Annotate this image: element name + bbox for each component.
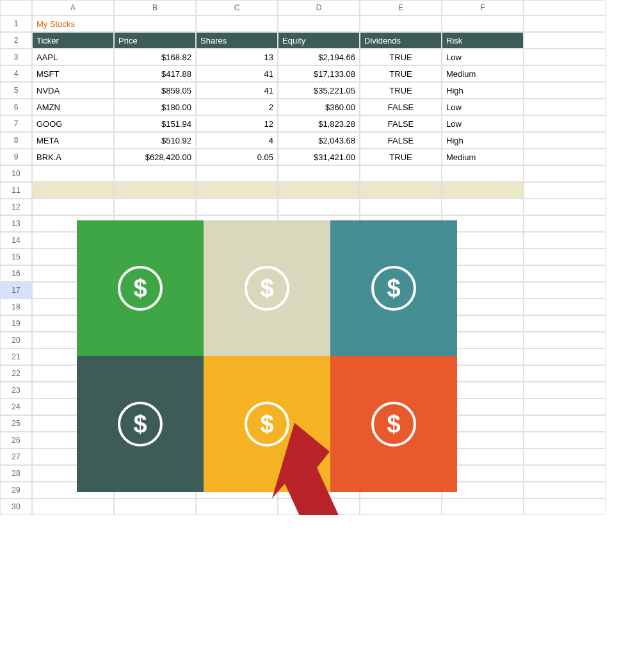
cell[interactable] <box>196 165 278 182</box>
cell[interactable] <box>360 498 442 515</box>
cell[interactable] <box>524 465 606 482</box>
cell[interactable] <box>114 182 196 199</box>
header-ticker[interactable]: Ticker <box>32 32 114 49</box>
cell[interactable] <box>524 199 606 215</box>
row-header[interactable]: 16 <box>0 265 32 282</box>
row-header[interactable]: 7 <box>0 115 32 132</box>
cell[interactable] <box>524 482 606 498</box>
cell[interactable] <box>32 182 114 199</box>
cell-ticker[interactable]: META <box>32 132 114 149</box>
row-header-selected[interactable]: 17 <box>0 282 32 299</box>
cell-dividends[interactable]: FALSE <box>360 115 442 132</box>
cell-equity[interactable]: $1,823.28 <box>278 115 360 132</box>
cell[interactable] <box>524 498 606 515</box>
col-header-f[interactable]: F <box>442 0 524 15</box>
col-header-a[interactable]: A <box>32 0 114 15</box>
cell[interactable] <box>442 498 524 515</box>
cell[interactable] <box>524 299 606 315</box>
cell[interactable] <box>196 15 278 32</box>
cell-risk[interactable]: Low <box>442 49 524 65</box>
cell[interactable] <box>524 265 606 282</box>
col-header-d[interactable]: D <box>278 0 360 15</box>
row-header[interactable]: 28 <box>0 465 32 482</box>
row-header[interactable]: 21 <box>0 348 32 365</box>
cell[interactable] <box>278 15 360 32</box>
cell[interactable] <box>524 65 606 82</box>
cell[interactable] <box>360 165 442 182</box>
cell[interactable] <box>524 448 606 465</box>
cell-shares[interactable]: 12 <box>196 115 278 132</box>
row-header[interactable]: 3 <box>0 49 32 65</box>
cell[interactable] <box>524 15 606 32</box>
row-header[interactable]: 15 <box>0 249 32 265</box>
row-header[interactable]: 14 <box>0 232 32 249</box>
row-header[interactable]: 1 <box>0 15 32 32</box>
row-header[interactable]: 27 <box>0 448 32 465</box>
row-header[interactable]: 30 <box>0 498 32 515</box>
cell[interactable] <box>196 182 278 199</box>
cell[interactable] <box>524 82 606 99</box>
cell-price[interactable]: $180.00 <box>114 99 196 115</box>
cell-shares[interactable]: 13 <box>196 49 278 65</box>
title-cell[interactable]: My Stocks <box>32 15 114 32</box>
row-header[interactable]: 13 <box>0 215 32 232</box>
cell-equity[interactable]: $360.00 <box>278 99 360 115</box>
cell[interactable] <box>32 498 114 515</box>
row-header[interactable]: 19 <box>0 315 32 332</box>
col-header-blank[interactable] <box>524 0 606 15</box>
cell[interactable] <box>524 115 606 132</box>
header-price[interactable]: Price <box>114 32 196 49</box>
row-header[interactable]: 2 <box>0 32 32 49</box>
row-header[interactable]: 10 <box>0 165 32 182</box>
cell-price[interactable]: $417.88 <box>114 65 196 82</box>
cell-price[interactable]: $628,420.00 <box>114 149 196 165</box>
cell-ticker[interactable]: NVDA <box>32 82 114 99</box>
cell-dividends[interactable]: TRUE <box>360 65 442 82</box>
cell-ticker[interactable]: BRK.A <box>32 149 114 165</box>
cell[interactable] <box>524 398 606 415</box>
cell[interactable] <box>442 165 524 182</box>
row-header[interactable]: 18 <box>0 299 32 315</box>
cell[interactable] <box>524 182 606 199</box>
cell[interactable] <box>524 348 606 365</box>
cell-equity[interactable]: $17,133.08 <box>278 65 360 82</box>
cell-risk[interactable]: Medium <box>442 149 524 165</box>
cell[interactable] <box>32 165 114 182</box>
corner-cell[interactable] <box>0 0 32 15</box>
cell-equity[interactable]: $31,421.00 <box>278 149 360 165</box>
cell[interactable] <box>524 165 606 182</box>
cell-ticker[interactable]: GOOG <box>32 115 114 132</box>
col-header-b[interactable]: B <box>114 0 196 15</box>
row-header[interactable]: 4 <box>0 65 32 82</box>
cell[interactable] <box>524 415 606 432</box>
row-header[interactable]: 25 <box>0 415 32 432</box>
cell[interactable] <box>524 132 606 149</box>
cell[interactable] <box>442 15 524 32</box>
cell-shares[interactable]: 41 <box>196 65 278 82</box>
row-header[interactable]: 22 <box>0 365 32 382</box>
cell[interactable] <box>524 149 606 165</box>
cell-risk[interactable]: High <box>442 82 524 99</box>
cell-ticker[interactable]: AMZN <box>32 99 114 115</box>
cell[interactable] <box>360 182 442 199</box>
row-header[interactable]: 24 <box>0 398 32 415</box>
cell-price[interactable]: $168.82 <box>114 49 196 65</box>
cell[interactable] <box>524 215 606 232</box>
cell[interactable] <box>196 199 278 215</box>
cell-price[interactable]: $510.92 <box>114 132 196 149</box>
cell[interactable] <box>524 99 606 115</box>
cell-equity[interactable]: $2,043.68 <box>278 132 360 149</box>
cell-shares[interactable]: 41 <box>196 82 278 99</box>
cell[interactable] <box>524 32 606 49</box>
cell-risk[interactable]: Medium <box>442 65 524 82</box>
row-header[interactable]: 12 <box>0 199 32 215</box>
cell[interactable] <box>360 199 442 215</box>
header-dividends[interactable]: Dividends <box>360 32 442 49</box>
cell[interactable] <box>278 182 360 199</box>
cell[interactable] <box>524 315 606 332</box>
header-shares[interactable]: Shares <box>196 32 278 49</box>
cell[interactable] <box>524 49 606 65</box>
cell-shares[interactable]: 0.05 <box>196 149 278 165</box>
cell[interactable] <box>524 365 606 382</box>
cell-ticker[interactable]: MSFT <box>32 65 114 82</box>
